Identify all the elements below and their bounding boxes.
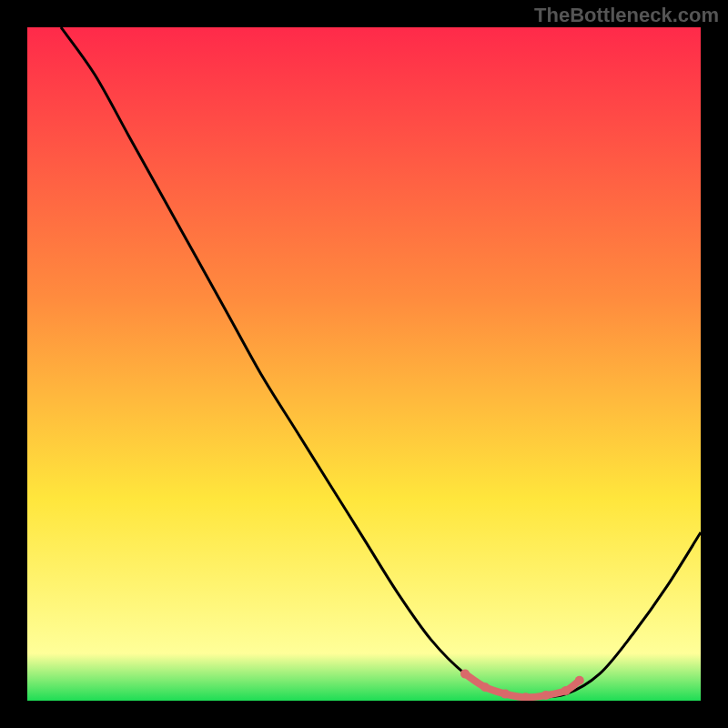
watermark-label: TheBottleneck.com [534,4,719,27]
chart-background [27,27,701,701]
optimal-point [561,686,571,695]
chart-svg [27,27,701,701]
chart-area [27,27,701,701]
optimal-point [460,669,470,678]
optimal-point [480,682,490,692]
optimal-point [541,691,551,700]
optimal-point [500,690,510,699]
optimal-point [575,676,584,685]
